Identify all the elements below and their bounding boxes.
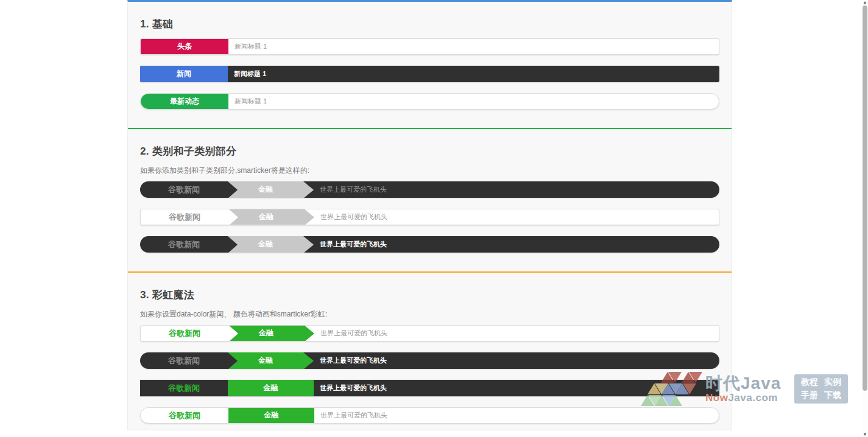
ticker-rainbow-dark-flat: 谷歌新闻 金融 世界上最可爱的飞机头: [140, 380, 719, 396]
ticker-rainbow-light-arrow: 谷歌新闻 金融 世界上最可爱的飞机头: [140, 325, 719, 341]
section-3-description: 如果你设置data-color新闻、 颜色将动画和smarticker彩虹:: [140, 309, 719, 320]
ticker-badge: 最新动态: [141, 94, 228, 109]
domain-suffix: Java.com: [728, 392, 778, 404]
ticker-news-text: 新闻标题 1: [228, 39, 719, 54]
ticker-news-text: 世界上最可爱的飞机头: [303, 236, 719, 253]
ticker-news: 新闻 新闻标题 1: [140, 66, 719, 82]
demo-panel: 1. 基础 头条 新闻标题 1 新闻 新闻标题 1 最新动态 新闻标题 1 2.…: [127, 0, 732, 430]
ticker-news-text: 世界上最可爱的飞机头: [303, 352, 719, 369]
ticker-subcategory: 金融: [228, 181, 303, 198]
scrollbar-thumb[interactable]: [863, 5, 867, 391]
ticker-news-text: 世界上最可爱的飞机头: [314, 380, 719, 396]
ticker-category: 谷歌新闻: [141, 408, 228, 423]
ticker-category-dark: 谷歌新闻 金融 世界上最可爱的飞机头: [140, 181, 719, 198]
ticker-category: 谷歌新闻: [141, 209, 228, 225]
ticker-category-dark-bold: 谷歌新闻 金融 世界上最可爱的飞机头: [140, 236, 719, 253]
ticker-news-text: 新闻标题 1: [228, 66, 719, 82]
ticker-category: 谷歌新闻: [140, 380, 228, 396]
ticker-news-text: 世界上最可爱的飞机头: [304, 209, 719, 225]
ticker-badge: 头条: [141, 39, 228, 54]
ticker-category: 谷歌新闻: [140, 181, 228, 198]
ticker-category: 谷歌新闻: [140, 236, 228, 253]
section-divider-orange: [128, 271, 732, 273]
ticker-category: 谷歌新闻: [141, 326, 228, 341]
nowjava-links-box: 教程 实例 手册 下载: [794, 374, 848, 404]
section-2-title: 2. 类别和子类别部分: [140, 144, 719, 158]
ticker-headline: 头条 新闻标题 1: [140, 38, 719, 55]
section-divider-green: [128, 128, 732, 129]
section-2-description: 如果你添加类别和子类别部分,smarticker将是这样的:: [140, 166, 719, 176]
ticker-rainbow-dark-arrow: 谷歌新闻 金融 世界上最可爱的飞机头: [140, 352, 719, 369]
ticker-latest: 最新动态 新闻标题 1: [140, 93, 719, 110]
ticker-news-text: 世界上最可爱的飞机头: [304, 326, 719, 341]
scroll-down-icon[interactable]: ▼: [862, 432, 868, 437]
ticker-category-light: 谷歌新闻 金融 世界上最可爱的飞机头: [140, 209, 719, 225]
ticker-badge: 新闻: [140, 66, 228, 82]
link-downloads[interactable]: 下载: [824, 390, 841, 401]
section-3-title: 3. 彩虹魔法: [140, 288, 719, 302]
link-manual[interactable]: 手册: [801, 390, 818, 401]
section-1-title: 1. 基础: [140, 17, 719, 31]
link-examples[interactable]: 实例: [824, 377, 841, 388]
ticker-subcategory: 金融: [228, 236, 303, 253]
ticker-news-text: 新闻标题 1: [228, 94, 719, 109]
ticker-news-text: 世界上最可爱的飞机头: [314, 408, 719, 423]
scrollbar[interactable]: ▲ ▼: [862, 0, 868, 437]
ticker-subcategory: 金融: [228, 408, 314, 423]
ticker-category: 谷歌新闻: [140, 352, 228, 369]
scroll-up-icon[interactable]: ▲: [862, 0, 868, 5]
ticker-subcategory: 金融: [228, 326, 304, 341]
ticker-news-text: 世界上最可爱的飞机头: [303, 181, 719, 198]
ticker-subcategory: 金融: [228, 352, 303, 369]
ticker-rainbow-light-flat: 谷歌新闻 金融 世界上最可爱的飞机头: [140, 407, 719, 424]
ticker-subcategory: 金融: [228, 209, 304, 225]
link-tutorials[interactable]: 教程: [801, 377, 818, 388]
ticker-subcategory: 金融: [228, 380, 314, 396]
